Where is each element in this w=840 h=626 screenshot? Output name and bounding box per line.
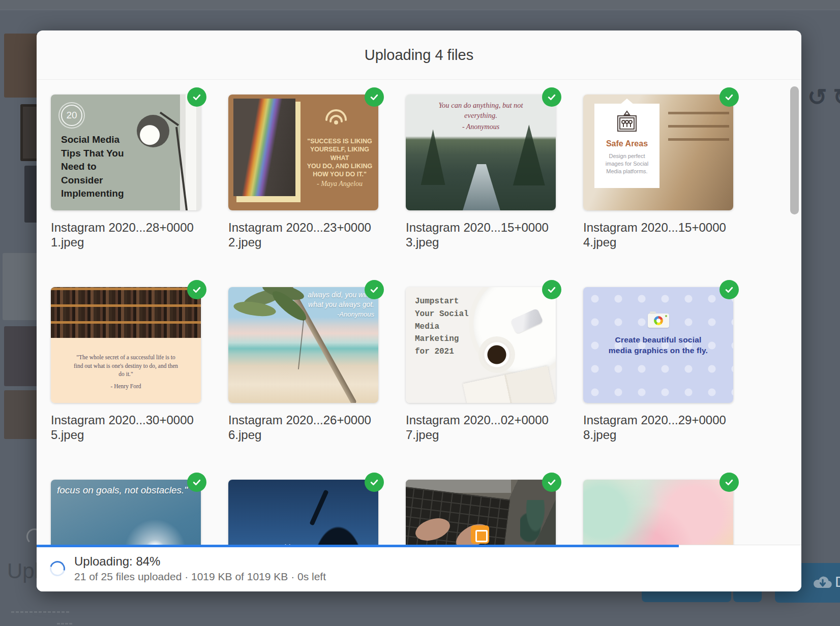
thumb-quote: "SUCCESS IS LIKING YOURSELF, LIKING WHAT… [303,137,377,178]
thumb-heading: Safe Areas [594,139,659,148]
upload-success-icon [719,280,739,299]
upload-success-icon [542,280,561,299]
loading-spinner-icon [47,558,68,579]
thumb-author: - Henry Ford [56,383,196,389]
upload-dialog: Uploading 4 files 20 Social Media Tips T… [37,30,801,591]
camera-icon [648,314,669,328]
upload-success-icon [719,473,739,492]
thumb-quote: focus on goals, not obstacles." [57,485,188,496]
background-photo-thumbnail [4,34,40,98]
thumb-author: - Anonymous [406,123,556,131]
file-name: Instagram 2020...23+00002.jpeg [228,220,378,250]
file-thumbnail: You can do anything, but not everything.… [406,95,556,210]
upload-success-icon [187,87,206,107]
arc-icon [324,108,348,126]
file-card: Safe Areas Design perfect images for Soc… [583,95,733,287]
undo-icon[interactable]: ↺ [807,85,827,109]
upload-success-icon [365,280,384,299]
picture-frame-icon [615,110,639,135]
thumb-subtext: Design perfect images for Social Media p… [594,152,659,175]
safe-areas-card: Safe Areas Design perfect images for Soc… [594,104,659,188]
upload-file-grid: 20 Social Media Tips That You Need to Co… [37,80,801,591]
upload-success-icon [187,473,206,492]
file-card: 20 Social Media Tips That You Need to Co… [51,95,201,287]
upload-success-icon [719,87,739,107]
file-name: Instagram 2020...15+00003.jpeg [406,220,556,250]
dialog-title: Uploading 4 files [365,47,473,64]
background-topbar [0,0,840,10]
thumb-author: - Maya Angelou [303,180,377,188]
modal-scrollbar[interactable] [790,86,799,214]
background-upload-label: Upl [7,559,39,583]
upload-success-icon [542,87,561,107]
dialog-header: Uploading 4 files [37,30,801,80]
thumb-author: -Anonymous [337,310,374,318]
file-card: Create beautiful social media graphics o… [583,287,733,480]
upload-dropzone-border [57,623,72,624]
upload-success-icon [542,473,561,492]
background-photo-thumbnail [3,253,40,320]
thumb-quote: "The whole secret of a successful life i… [56,353,196,379]
file-card: You can do anything, but not everything.… [406,95,556,287]
upload-status: Uploading: 84% [74,554,326,569]
file-thumbnail: Safe Areas Design perfect images for Soc… [583,95,733,210]
thumb-text: Create beautiful social media graphics o… [583,335,733,356]
thumb-text: Jumpstart Your Social Media Marketing fo… [415,295,469,358]
background-photo-thumbnail [4,326,40,386]
file-card: always did, you will g what you always g… [228,287,378,480]
file-thumbnail: 20 Social Media Tips That You Need to Co… [51,95,201,210]
badge-number: 20 [61,105,82,126]
coffee-cup-graphic [482,340,512,369]
river-graphic [463,164,500,210]
progress-bar [37,545,679,547]
upload-success-icon [365,87,384,107]
download-button-label: D [835,573,840,590]
upload-dropzone-border[interactable] [11,611,69,613]
file-thumbnail: "The whole secret of a successful life i… [51,287,201,403]
file-thumbnail: always did, you will g what you always g… [228,287,378,403]
file-name: Instagram 2020...30+00005.jpeg [51,413,201,443]
thumb-text: Social Media Tips That You Need to Consi… [61,133,124,201]
file-card: "The whole secret of a successful life i… [51,287,201,480]
cloud-download-icon [813,574,833,590]
file-thumbnail: Create beautiful social media graphics o… [583,287,733,403]
upload-progress-footer: Uploading: 84% 21 of 25 files uploaded ·… [37,545,801,591]
orange-app-icon [471,525,489,544]
upload-success-icon [365,473,384,492]
file-thumbnail: Jumpstart Your Social Media Marketing fo… [406,287,556,403]
upload-success-icon [187,280,206,299]
bookshelf-photo [51,287,201,338]
background-photo-thumbnail [4,390,40,439]
redo-icon[interactable]: ↻ [833,85,840,109]
file-name: Instagram 2020...02+00007.jpeg [406,413,556,443]
thumb-quote: always did, you will g what you always g… [308,290,374,309]
file-name: Instagram 2020...29+00008.jpeg [583,413,733,443]
rainbow-hands-photo [233,99,295,196]
file-card: "SUCCESS IS LIKING YOURSELF, LIKING WHAT… [228,95,378,287]
upload-details: 21 of 25 files uploaded · 1019 KB of 101… [74,571,326,583]
file-name: Instagram 2020...26+00006.jpeg [228,413,378,443]
file-card: Jumpstart Your Social Media Marketing fo… [406,287,556,480]
thumb-quote: You can do anything, but not everything. [406,101,556,120]
file-thumbnail: "SUCCESS IS LIKING YOURSELF, LIKING WHAT… [228,95,378,210]
file-name: Instagram 2020...28+00001.jpeg [51,220,201,250]
file-name: Instagram 2020...15+00004.jpeg [583,220,733,250]
